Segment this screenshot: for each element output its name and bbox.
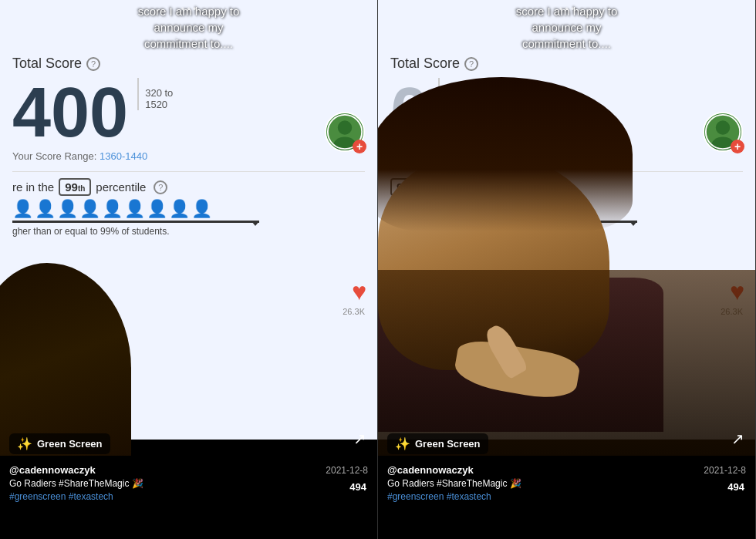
person-icon-9: 👤 bbox=[191, 199, 212, 219]
range-top: 320 to bbox=[145, 87, 173, 99]
percentile-description: gher than or equal to 99% of students. bbox=[12, 226, 365, 237]
username-row-left: @cadennowaczyk 2021-12-8 bbox=[9, 464, 368, 476]
total-score-help-right[interactable]: ? bbox=[464, 57, 478, 71]
avatar-plus-right[interactable]: + bbox=[731, 140, 744, 153]
three-dots: • • • bbox=[0, 2, 377, 15]
range-bottom: 1520 bbox=[145, 99, 173, 110]
username-left[interactable]: @cadennowaczyk bbox=[9, 464, 96, 476]
bottom-bar-right: @cadennowaczyk 2021-12-8 Go Radiers #Sha… bbox=[378, 458, 755, 539]
people-icons-row: 👤 👤 👤 👤 👤 👤 👤 👤 👤 bbox=[12, 199, 365, 219]
total-score-header-right: Total Score ? bbox=[390, 56, 743, 72]
post-date-left: 2021-12-8 bbox=[326, 465, 368, 476]
progress-arrow-right bbox=[629, 221, 637, 226]
person-icon-3: 👤 bbox=[57, 199, 78, 219]
total-score-header: Total Score ? bbox=[12, 56, 365, 72]
percentile-value: 99 bbox=[65, 180, 78, 194]
percentile-help-icon[interactable]: ? bbox=[154, 180, 167, 194]
green-screen-badge-right[interactable]: ✨ Green Screen bbox=[387, 433, 488, 454]
range-label: Your Score Range: bbox=[12, 150, 96, 162]
total-score-text: Total Score bbox=[12, 56, 82, 72]
post-date-right: 2021-12-8 bbox=[704, 465, 746, 476]
score-content-left: Total Score ? 400 320 to 1520 Your Score… bbox=[0, 56, 377, 237]
green-screen-star-right: ✨ bbox=[395, 436, 410, 451]
share-button-left[interactable]: ↗ bbox=[353, 430, 366, 448]
percentile-prefix: re in the bbox=[12, 180, 54, 194]
svg-point-1 bbox=[338, 120, 352, 134]
person-icon-2: 👤 bbox=[35, 199, 56, 219]
caption-line2-right: announce my bbox=[532, 21, 601, 34]
range-value: 1360-1440 bbox=[100, 150, 147, 162]
caption-body-left: Go Radiers #ShareTheMagic 🎉 bbox=[9, 478, 143, 489]
percentile-end-text: percentile bbox=[96, 180, 146, 194]
username-right[interactable]: @cadennowaczyk bbox=[387, 464, 474, 476]
right-video-panel: score I am happy to announce my commitme… bbox=[378, 0, 756, 539]
bottom-bar-left: @cadennowaczyk 2021-12-8 Go Radiers #Sha… bbox=[0, 458, 377, 539]
green-screen-label-right: Green Screen bbox=[415, 438, 481, 450]
caption-line2: announce my bbox=[154, 21, 223, 34]
caption-text-left: Go Radiers #ShareTheMagic 🎉 #greenscreen… bbox=[9, 477, 368, 504]
person-icon-7: 👤 bbox=[147, 199, 167, 219]
person-icon-6: 👤 bbox=[124, 199, 145, 219]
svg-point-5 bbox=[716, 120, 730, 134]
progress-arrow bbox=[251, 221, 259, 226]
three-dots-right: • • • bbox=[378, 2, 755, 15]
view-count-right: 494 bbox=[727, 481, 744, 493]
big-score-number: 400 bbox=[12, 78, 128, 147]
heart-symbol: ♥ bbox=[352, 278, 366, 305]
left-video-panel: score I am happy to announce my commitme… bbox=[0, 0, 378, 539]
person-icon-1: 👤 bbox=[12, 199, 33, 219]
your-score-range: Your Score Range: 1360-1440 bbox=[12, 150, 365, 162]
person-icon-8: 👤 bbox=[169, 199, 190, 219]
person-hair-right bbox=[378, 77, 633, 231]
hashtags-left[interactable]: #greenscreen #texastech bbox=[9, 491, 113, 502]
heart-count-left: 26.3K bbox=[343, 307, 365, 316]
person-icon-5: 👤 bbox=[102, 199, 123, 219]
caption-line3: commitment to.... bbox=[144, 37, 233, 50]
avatar-plus-button[interactable]: + bbox=[353, 140, 366, 153]
avatar-container-right: + bbox=[703, 112, 743, 152]
green-screen-star-left: ✨ bbox=[17, 436, 32, 451]
hashtags-right[interactable]: #greenscreen #texastech bbox=[387, 491, 491, 502]
divider bbox=[12, 171, 365, 172]
caption-text-right: Go Radiers #ShareTheMagic 🎉 #greenscreen… bbox=[387, 477, 746, 504]
percentile-badge: 99th bbox=[59, 178, 91, 196]
avatar-container-left: + bbox=[325, 112, 365, 152]
score-row: 400 320 to 1520 bbox=[12, 78, 365, 147]
score-range-side: 320 to 1520 bbox=[137, 78, 173, 110]
total-score-help-icon[interactable]: ? bbox=[86, 57, 100, 71]
percentile-suffix: th bbox=[78, 184, 85, 193]
share-button-right[interactable]: ↗ bbox=[731, 430, 744, 448]
caption-body-right: Go Radiers #ShareTheMagic 🎉 bbox=[387, 478, 521, 489]
total-score-text-right: Total Score bbox=[390, 56, 460, 72]
view-count-left: 494 bbox=[349, 481, 366, 493]
green-screen-label-left: Green Screen bbox=[37, 438, 103, 450]
person-icon-4: 👤 bbox=[79, 199, 100, 219]
progress-bar bbox=[12, 221, 259, 223]
caption-line3-right: commitment to.... bbox=[522, 37, 611, 50]
green-screen-badge-left[interactable]: ✨ Green Screen bbox=[9, 433, 110, 454]
percentile-row: re in the 99th percentile ? bbox=[12, 178, 365, 196]
heart-icon-left[interactable]: ♥ bbox=[352, 278, 366, 306]
username-row-right: @cadennowaczyk 2021-12-8 bbox=[387, 464, 746, 476]
